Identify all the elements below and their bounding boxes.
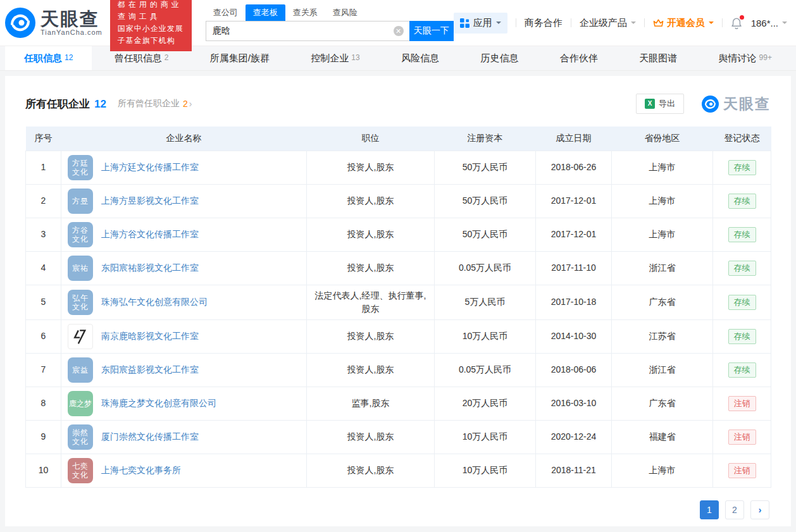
tianyancha-logo-icon [5,8,35,38]
company-name-link[interactable]: 上海方廷文化传播工作室 [101,161,199,174]
divider [722,18,723,27]
page-nav-tabs: 任职信息 12 曾任职信息 2 所属集团/族群 控制企业 13 风险信息 历史信… [0,46,796,71]
cell-province: 浙江省 [612,251,713,285]
brand-name: 天眼查 [40,9,103,28]
company-name-link[interactable]: 珠海弘午文化创意有限公司 [101,295,208,309]
nav-tab-7[interactable]: 天眼图谱 [620,46,696,70]
notifications-button[interactable] [731,17,742,29]
cell-status: 存续 [713,151,771,184]
nav-tab-8[interactable]: 舆情讨论 99+ [700,46,791,70]
account-button[interactable]: 186*... [751,18,787,28]
company-name-link[interactable]: 东阳宸祐影视文化工作室 [101,261,199,275]
company-name-link[interactable]: 上海方谷文化传播工作室 [101,228,199,241]
next-page-button[interactable]: › [750,500,769,519]
column-header: 成立日期 [536,127,612,151]
cell-date: 2017-10-18 [536,285,612,319]
search-tab[interactable]: 查公司 [206,4,246,21]
chevron-down-icon [631,22,636,27]
company-avatar: 七奕 文化 [68,458,93,483]
cell-position: 投资人,股东 [307,420,435,454]
cell-index: 1 [26,151,61,184]
cell-index: 5 [26,285,61,319]
company-name-link[interactable]: 上海方昱影视文化工作室 [101,194,199,207]
company-name-link[interactable]: 珠海鹿之梦文化创意有限公司 [101,397,216,410]
cell-status: 注销 [713,454,771,487]
company-avatar [68,324,93,349]
nav-tab-6[interactable]: 合作伙伴 [541,46,617,70]
company-avatar: 宸祐 [68,256,93,281]
cell-position: 法定代表人,经理、执行董事,股东 [307,285,435,319]
tianyancha-logo[interactable]: 天眼查 TianYanCha.com [5,8,103,38]
cell-capital: 50万人民币 [435,218,536,251]
nav-tab-3[interactable]: 控制企业 13 [292,46,378,70]
cell-position: 监事,股东 [307,387,435,420]
status-badge: 存续 [728,261,756,276]
vip-button[interactable]: 开通会员 [653,17,714,29]
divider [571,18,571,27]
cell-company: 弘午 文化 珠海弘午文化创意有限公司 [61,285,307,319]
company-name-link[interactable]: 东阳宸益影视文化工作室 [101,363,199,376]
cell-province: 江苏省 [612,319,713,353]
search-tab[interactable]: 查老板 [246,4,285,21]
cell-status: 存续 [713,218,771,251]
nav-tab-4[interactable]: 风险信息 [382,46,458,70]
table-row: 1 方廷 文化 上海方廷文化传播工作室 投资人,股东 50万人民币 2018-0 [26,151,771,184]
page-button[interactable]: 1 [700,500,719,519]
cell-index: 10 [26,454,61,487]
status-badge: 注销 [728,396,756,411]
cell-index: 2 [26,184,61,218]
table-row: 4 宸祐 东阳宸祐影视文化工作室 投资人,股东 0.05万人民币 2017-1 [26,251,771,285]
nav-tab-0[interactable]: 任职信息 12 [5,46,92,70]
crown-icon [653,18,664,28]
cell-date: 2018-06-26 [536,151,612,184]
former-positions-link[interactable]: 所有曾任职企业 2 › [118,98,192,109]
cell-province: 福建省 [612,420,713,454]
column-header: 企业名称 [61,127,307,151]
search-input[interactable] [206,21,409,41]
watermark: 天眼查 [702,94,771,114]
cell-company: 宸祐 东阳宸祐影视文化工作室 [61,251,307,285]
apps-button[interactable]: 应用 [454,13,507,34]
divider [644,18,645,27]
cell-province: 广东省 [612,285,713,319]
company-avatar: 宸益 [68,357,93,383]
cell-company: 南京鹿晗影视文化工作室 [61,319,307,353]
menu-enterprise[interactable]: 企业级产品 [580,17,636,29]
cell-index: 7 [26,353,61,387]
status-badge: 存续 [728,227,756,242]
menu-cooperation[interactable]: 商务合作 [525,17,563,29]
nav-tab-1[interactable]: 曾任职信息 2 [96,46,188,70]
cell-date: 2017-12-01 [536,218,612,251]
cell-position: 投资人,股东 [307,319,435,353]
cell-date: 2017-12-01 [536,184,612,218]
search-tab[interactable]: 查关系 [285,4,325,21]
content-card: 所有任职企业12 所有曾任职企业 2 › X 导出 天眼查 [5,76,791,526]
cell-position: 投资人,股东 [307,454,435,487]
cell-position: 投资人,股东 [307,251,435,285]
section-count: 12 [94,98,106,110]
page-button[interactable]: 2 [725,500,744,519]
column-header: 职位 [307,127,435,151]
table-row: 5 弘午 文化 珠海弘午文化创意有限公司 法定代表人,经理、执行董事,股东 5万… [26,285,771,319]
export-button[interactable]: X 导出 [636,94,684,114]
cell-capital: 50万人民币 [435,184,536,218]
company-name-link[interactable]: 上海七奕文化事务所 [101,464,181,477]
cell-status: 存续 [713,319,771,353]
company-name-link[interactable]: 南京鹿晗影视文化工作室 [101,330,199,343]
cell-position: 投资人,股东 [307,218,435,251]
search-tab[interactable]: 查风险 [325,4,365,21]
cell-status: 存续 [713,353,771,387]
cell-status: 注销 [713,387,771,420]
cell-province: 上海市 [612,151,713,184]
company-name-link[interactable]: 厦门崇然文化传播工作室 [101,430,199,443]
cell-index: 8 [26,387,61,420]
nav-tab-5[interactable]: 历史信息 [461,46,537,70]
nav-tab-2[interactable]: 所属集团/族群 [191,46,289,70]
column-header: 省份地区 [612,127,713,151]
cell-company: 方廷 文化 上海方廷文化传播工作室 [61,151,307,184]
search-button[interactable]: 天眼一下 [409,21,454,41]
clear-icon[interactable]: ✕ [394,26,404,36]
nav-tab-count: 13 [351,53,359,62]
cell-status: 存续 [713,184,771,218]
column-header: 登记状态 [713,127,771,151]
